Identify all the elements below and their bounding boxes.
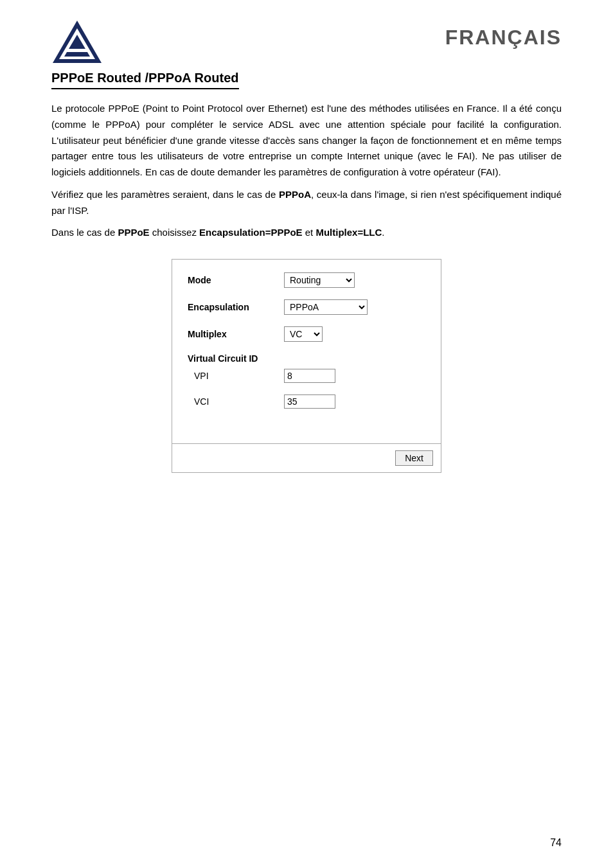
- page-title: PPPoE Routed /PPPoA Routed: [51, 71, 239, 89]
- logo-container: [51, 19, 103, 64]
- body-paragraph1: Le protocole PPPoE (Point to Point Proto…: [51, 101, 562, 181]
- form-panel: Mode Routing Bridge Encapsulation PPPoA …: [172, 259, 441, 473]
- encapsulation-select[interactable]: PPPoA PPPoE RFC1483 IPoA: [284, 299, 368, 315]
- svg-rect-3: [67, 49, 87, 52]
- virtual-circuit-id-label: Virtual Circuit ID: [188, 353, 425, 364]
- vci-input[interactable]: [284, 394, 335, 409]
- body-paragraph3: Dans le cas de PPPoE choisissez Encapsul…: [51, 225, 562, 241]
- body-paragraph2: Vérifiez que les paramètres seraient, da…: [51, 187, 562, 219]
- page-container: FRANÇAIS PPPoE Routed /PPPoA Routed Le p…: [0, 0, 613, 868]
- mode-label: Mode: [188, 275, 284, 285]
- multiplex-row: Multiplex VC LLC: [188, 326, 425, 342]
- form-footer: Next: [172, 443, 441, 472]
- mode-select[interactable]: Routing Bridge: [284, 272, 355, 288]
- logo-icon: [51, 19, 103, 64]
- vci-row: VCI: [188, 394, 425, 409]
- header: FRANÇAIS: [51, 19, 562, 64]
- multiplex-select[interactable]: VC LLC: [284, 326, 323, 342]
- encapsulation-row: Encapsulation PPPoA PPPoE RFC1483 IPoA: [188, 299, 425, 315]
- next-button[interactable]: Next: [395, 450, 433, 466]
- vpi-row: VPI: [188, 369, 425, 383]
- mode-row: Mode Routing Bridge: [188, 272, 425, 288]
- vpi-label: VPI: [188, 371, 284, 381]
- form-inner: Mode Routing Bridge Encapsulation PPPoA …: [172, 260, 441, 437]
- page-number: 74: [550, 837, 562, 849]
- encapsulation-label: Encapsulation: [188, 302, 284, 312]
- multiplex-label: Multiplex: [188, 329, 284, 339]
- vpi-input[interactable]: [284, 369, 335, 383]
- language-label: FRANÇAIS: [445, 19, 562, 49]
- vci-label: VCI: [188, 396, 284, 407]
